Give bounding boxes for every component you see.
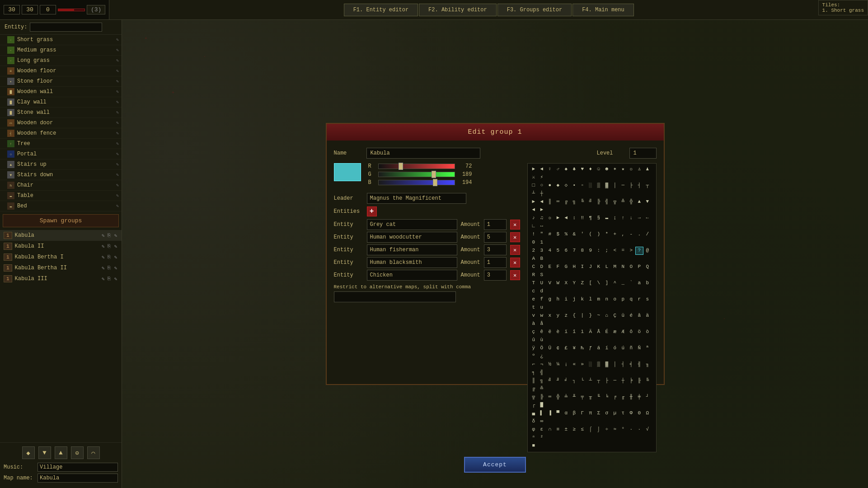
char-cell[interactable]: ~ bbox=[595, 312, 603, 320]
groups-editor-btn[interactable]: F3. Groups editor bbox=[497, 4, 572, 16]
char-cell[interactable]: ↓ bbox=[627, 214, 635, 222]
char-cell[interactable]: ê bbox=[538, 328, 546, 336]
delete-icon[interactable]: ✎ bbox=[113, 254, 118, 261]
char-cell[interactable]: & bbox=[570, 230, 578, 239]
char-cell[interactable]: a bbox=[635, 279, 643, 287]
char-cell[interactable]: ▌ bbox=[538, 409, 546, 418]
char-cell[interactable]: ║ bbox=[546, 198, 554, 206]
char-cell[interactable]: å bbox=[538, 320, 546, 328]
char-cell[interactable]: ÿ bbox=[530, 344, 538, 352]
char-cell[interactable]: F bbox=[554, 263, 562, 271]
copy-icon[interactable]: ⎘ bbox=[107, 276, 112, 282]
ability-editor-btn[interactable]: F2. Ability editor bbox=[419, 4, 497, 16]
char-cell[interactable]: s bbox=[643, 296, 652, 304]
amount-input-4[interactable] bbox=[484, 270, 507, 281]
char-cell[interactable]: 8 bbox=[578, 247, 586, 255]
char-cell[interactable]: R bbox=[530, 271, 538, 279]
char-cell[interactable]: ╥ bbox=[586, 393, 595, 401]
char-cell[interactable]: ♙ bbox=[635, 165, 643, 174]
char-cell[interactable]: x bbox=[546, 312, 554, 320]
char-cell[interactable]: ╛ bbox=[562, 377, 570, 385]
char-cell[interactable]: è bbox=[554, 328, 562, 336]
main-menu-btn[interactable]: F4. Main menu bbox=[572, 4, 634, 16]
entity-item[interactable]: ▭ Wooden door ✎ bbox=[0, 118, 122, 128]
char-cell[interactable]: φ bbox=[530, 426, 538, 434]
char-cell[interactable]: E bbox=[546, 263, 554, 271]
char-cell[interactable]: û bbox=[530, 336, 538, 344]
remove-entity-btn-1[interactable]: ✕ bbox=[510, 232, 520, 242]
char-cell[interactable]: 9 bbox=[586, 247, 595, 255]
char-cell[interactable]: ; bbox=[603, 247, 611, 255]
char-cell[interactable]: ` bbox=[627, 279, 635, 287]
char-cell[interactable] bbox=[538, 442, 546, 450]
char-cell[interactable]: ╕ bbox=[530, 369, 538, 377]
delete-icon[interactable]: ✎ bbox=[113, 243, 118, 250]
char-cell[interactable]: ► bbox=[538, 206, 546, 214]
char-cell[interactable]: 3 bbox=[538, 247, 546, 255]
char-cell[interactable]: µ bbox=[611, 409, 619, 418]
char-cell[interactable]: ♀ bbox=[546, 165, 554, 174]
char-cell[interactable]: ╩ bbox=[538, 385, 546, 393]
entity-item[interactable]: ▼ Stairs down ✎ bbox=[0, 170, 122, 180]
delete-icon[interactable]: ✎ bbox=[113, 276, 118, 282]
char-cell[interactable]: ╡ bbox=[627, 361, 635, 369]
char-cell[interactable]: : bbox=[595, 247, 603, 255]
char-cell[interactable]: ☻ bbox=[603, 165, 611, 174]
char-cell[interactable]: # bbox=[546, 230, 554, 239]
arch-tool[interactable]: ⌒ bbox=[87, 446, 100, 459]
char-cell[interactable]: ↨ bbox=[611, 214, 619, 222]
char-cell[interactable]: < bbox=[611, 247, 619, 255]
char-cell[interactable]: ⌠ bbox=[586, 426, 595, 434]
char-cell[interactable]: = bbox=[619, 247, 627, 255]
char-cell[interactable]: É bbox=[603, 328, 611, 336]
char-cell[interactable]: ⚡ bbox=[538, 174, 546, 182]
char-cell[interactable]: | bbox=[578, 312, 586, 320]
char-cell[interactable]: » bbox=[578, 361, 586, 369]
char-cell[interactable]: Ω bbox=[643, 409, 652, 418]
char-cell[interactable]: ▪ bbox=[570, 182, 578, 190]
char-cell[interactable]: ┼ bbox=[538, 190, 546, 198]
char-cell[interactable]: ╪ bbox=[635, 393, 643, 401]
char-cell[interactable]: ■ bbox=[530, 442, 538, 450]
char-cell[interactable]: ♠ bbox=[562, 165, 570, 174]
char-cell[interactable]: f bbox=[538, 296, 546, 304]
char-cell[interactable]: í bbox=[603, 344, 611, 352]
char-cell[interactable]: √ bbox=[643, 426, 652, 434]
entity-editor-btn[interactable]: F1. Entity editor bbox=[344, 4, 418, 16]
entity-name-input-0[interactable] bbox=[367, 219, 457, 230]
entity-search-input[interactable] bbox=[30, 23, 102, 32]
char-cell[interactable]: v bbox=[530, 312, 538, 320]
edit-icon[interactable]: ✎ bbox=[101, 254, 106, 261]
char-cell[interactable]: → bbox=[635, 214, 643, 222]
char-cell[interactable]: } bbox=[586, 312, 595, 320]
char-cell[interactable]: L bbox=[603, 263, 611, 271]
amount-input-0[interactable] bbox=[484, 219, 507, 230]
diamond-tool[interactable]: ◆ bbox=[22, 446, 35, 459]
char-cell[interactable]: ó bbox=[611, 344, 619, 352]
char-cell[interactable]: ♦ bbox=[586, 165, 595, 174]
char-cell[interactable]: ) bbox=[595, 230, 603, 239]
char-cell[interactable]: ╬ bbox=[554, 393, 562, 401]
char-cell[interactable]: ╜ bbox=[554, 377, 562, 385]
char-cell[interactable]: ' bbox=[578, 230, 586, 239]
spawn-group-item[interactable]: 1 Kabula Bertha I ✎ ⎘ ✎ bbox=[0, 252, 122, 263]
char-cell[interactable]: ☺ bbox=[595, 165, 603, 174]
char-cell[interactable]: i bbox=[562, 296, 570, 304]
char-cell[interactable]: ì bbox=[578, 328, 586, 336]
char-cell[interactable]: ├ bbox=[603, 377, 611, 385]
entity-item[interactable]: h Chair ✎ bbox=[0, 180, 122, 191]
char-cell[interactable]: Æ bbox=[619, 328, 627, 336]
char-cell[interactable]: r bbox=[635, 296, 643, 304]
char-cell[interactable]: ^ bbox=[611, 279, 619, 287]
char-cell[interactable]: b bbox=[643, 279, 652, 287]
entity-item[interactable]: █ Stone wall ✎ bbox=[0, 108, 122, 118]
char-cell[interactable]: ♪ bbox=[530, 214, 538, 222]
delete-icon[interactable]: ✎ bbox=[113, 232, 118, 239]
char-cell[interactable]: P bbox=[635, 263, 643, 271]
char-cell[interactable]: ( bbox=[586, 230, 595, 239]
char-cell[interactable]: ╝ bbox=[546, 377, 554, 385]
char-cell[interactable]: Σ bbox=[595, 409, 603, 418]
char-cell[interactable]: ┼ bbox=[619, 377, 627, 385]
char-cell[interactable]: ✶ bbox=[611, 165, 619, 174]
char-cell[interactable]: ¢ bbox=[554, 344, 562, 352]
